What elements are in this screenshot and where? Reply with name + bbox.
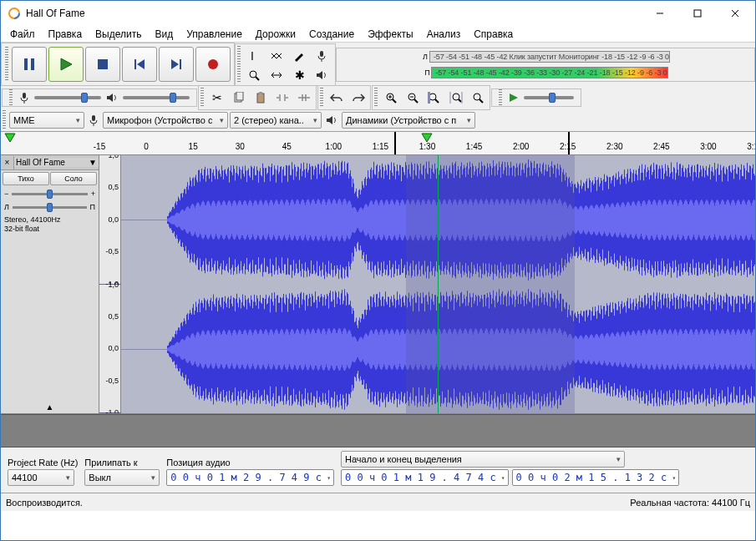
close-button[interactable] bbox=[716, 2, 753, 26]
envelope-tool-icon[interactable] bbox=[266, 46, 287, 66]
recording-channels-combo[interactable]: 2 (стерео) кана.. bbox=[230, 112, 322, 129]
recording-meter[interactable]: -57 -54 -51 -48 -45 -42 Клик запустит Мо… bbox=[429, 51, 670, 63]
svg-rect-10 bbox=[134, 59, 136, 69]
mic-tool-icon[interactable] bbox=[312, 46, 332, 66]
silence-icon[interactable] bbox=[294, 88, 314, 108]
svg-marker-20 bbox=[317, 71, 322, 79]
svg-marker-46 bbox=[327, 116, 332, 124]
svg-rect-24 bbox=[236, 92, 243, 100]
waveform-display[interactable]: 1,00,50,0-0,5-1,0 1,00,50,0-0,5-1,0 bbox=[99, 155, 755, 413]
track-name-dropdown[interactable]: Hall Of Fame▼ bbox=[14, 158, 99, 167]
track-collapse-button[interactable]: ▲ bbox=[1, 401, 99, 413]
track-control-panel: × Hall Of Fame▼ Тихо Соло −+ ЛП Stereo, … bbox=[1, 155, 99, 413]
timeline-tick: 15 bbox=[189, 142, 198, 151]
gain-slider[interactable] bbox=[12, 193, 87, 195]
yscale-label: 0,0 bbox=[108, 344, 119, 352]
menu-effect[interactable]: Эффекты bbox=[362, 27, 419, 42]
svg-rect-3 bbox=[694, 10, 701, 17]
pause-button[interactable] bbox=[12, 47, 47, 82]
svg-rect-13 bbox=[180, 59, 181, 69]
svg-marker-22 bbox=[107, 94, 113, 102]
svg-rect-45 bbox=[92, 115, 95, 121]
redo-icon[interactable] bbox=[348, 88, 368, 108]
speaker-tool-icon[interactable] bbox=[312, 65, 332, 85]
timeshift-tool-icon[interactable] bbox=[266, 65, 287, 85]
mic-icon bbox=[19, 92, 29, 104]
timeline-start-marker[interactable] bbox=[4, 133, 16, 144]
trim-icon[interactable] bbox=[272, 88, 292, 108]
menu-help[interactable]: Справка bbox=[468, 27, 519, 42]
actual-rate-text: Реальная частота: 44100 Гц bbox=[630, 498, 750, 508]
playback-speed-slider[interactable] bbox=[524, 96, 574, 99]
maximize-button[interactable] bbox=[678, 2, 716, 26]
timeline-tick: -15 bbox=[94, 142, 105, 151]
track-format-info: Stereo, 44100Hz32-bit float bbox=[1, 214, 99, 235]
zoom-tool-icon[interactable] bbox=[244, 65, 264, 85]
pan-slider[interactable] bbox=[13, 206, 87, 209]
cut-icon[interactable]: ✂ bbox=[207, 88, 227, 108]
svg-line-31 bbox=[393, 99, 396, 103]
project-rate-combo[interactable]: 44100 bbox=[8, 469, 74, 486]
playback-volume-slider[interactable] bbox=[123, 96, 190, 99]
menu-file[interactable]: Файл bbox=[4, 27, 41, 42]
menu-select[interactable]: Выделить bbox=[89, 27, 147, 42]
timeline-playhead-icon[interactable] bbox=[421, 133, 433, 144]
solo-button[interactable]: Соло bbox=[50, 172, 97, 185]
pan-r-label: П bbox=[90, 203, 95, 211]
draw-tool-icon[interactable] bbox=[289, 46, 309, 66]
timeline-tick: 45 bbox=[282, 142, 292, 151]
selection-tool-icon[interactable]: I bbox=[244, 46, 264, 66]
recording-volume-slider[interactable] bbox=[34, 96, 101, 99]
svg-rect-26 bbox=[259, 92, 262, 94]
svg-marker-47 bbox=[5, 134, 15, 142]
selection-end-field[interactable]: 0 0 ч 0 2 м 1 5 . 1 3 2 с bbox=[512, 469, 680, 486]
yscale-label: -1,0 bbox=[105, 408, 119, 413]
paste-icon[interactable] bbox=[251, 88, 271, 108]
copy-icon[interactable] bbox=[229, 88, 249, 108]
menu-tracks[interactable]: Дорожки bbox=[250, 27, 302, 42]
undo-icon[interactable] bbox=[327, 88, 347, 108]
svg-point-14 bbox=[208, 59, 218, 69]
stop-button[interactable] bbox=[85, 47, 120, 82]
svg-rect-6 bbox=[24, 58, 28, 70]
fit-selection-icon[interactable] bbox=[424, 88, 444, 108]
selection-start-field[interactable]: 0 0 ч 0 1 м 1 9 . 4 7 4 с bbox=[341, 469, 509, 486]
menu-edit[interactable]: Правка bbox=[43, 27, 89, 42]
timeline-ruler[interactable]: -1501530451:001:151:301:452:002:152:302:… bbox=[1, 132, 755, 155]
audio-host-combo[interactable]: MME bbox=[9, 112, 84, 129]
zoom-in-icon[interactable] bbox=[381, 88, 401, 108]
playback-meter[interactable]: -57 -54 -51 -48 -45 -42 -39 -36 -33 -30 … bbox=[431, 67, 667, 78]
playback-device-combo[interactable]: Динамики (Устройство с п bbox=[342, 112, 475, 129]
timeline-tick: 2:30 bbox=[606, 142, 622, 151]
play-at-speed-icon[interactable] bbox=[509, 93, 519, 103]
play-button[interactable] bbox=[48, 47, 84, 82]
track-close-button[interactable]: × bbox=[1, 156, 14, 169]
svg-point-35 bbox=[429, 94, 436, 100]
menu-generate[interactable]: Создание bbox=[303, 27, 360, 42]
window-title: Hall Of Fame bbox=[26, 8, 641, 19]
rec-meter-r-label: П bbox=[423, 68, 431, 77]
audio-position-field[interactable]: 0 0 ч 0 1 м 2 9 . 7 4 9 с bbox=[166, 469, 334, 486]
timeline-tick: 3:15 bbox=[747, 142, 756, 151]
zoom-out-icon[interactable] bbox=[403, 88, 423, 108]
timeline-tick: 3:00 bbox=[700, 142, 716, 151]
minimize-button[interactable] bbox=[641, 2, 678, 26]
svg-rect-16 bbox=[320, 51, 323, 57]
zoom-toggle-icon[interactable] bbox=[468, 88, 488, 108]
svg-text:✱: ✱ bbox=[295, 69, 305, 81]
skip-end-button[interactable] bbox=[159, 47, 194, 82]
mute-button[interactable]: Тихо bbox=[3, 172, 49, 185]
multi-tool-icon[interactable]: ✱ bbox=[289, 65, 309, 85]
empty-track-area[interactable] bbox=[1, 414, 755, 447]
record-button[interactable] bbox=[195, 47, 231, 82]
menu-view[interactable]: Вид bbox=[149, 27, 179, 42]
fit-project-icon[interactable] bbox=[446, 88, 466, 108]
recording-device-combo[interactable]: Микрофон (Устройство с bbox=[103, 112, 228, 129]
menu-transport[interactable]: Управление bbox=[180, 27, 248, 42]
speaker-device-icon bbox=[323, 114, 340, 126]
skip-start-button[interactable] bbox=[122, 47, 157, 82]
menu-analyze[interactable]: Анализ bbox=[421, 27, 467, 42]
snap-to-combo[interactable]: Выкл bbox=[84, 469, 160, 486]
selection-type-combo[interactable]: Начало и конец выделения bbox=[341, 451, 625, 468]
app-logo-icon bbox=[8, 7, 21, 20]
